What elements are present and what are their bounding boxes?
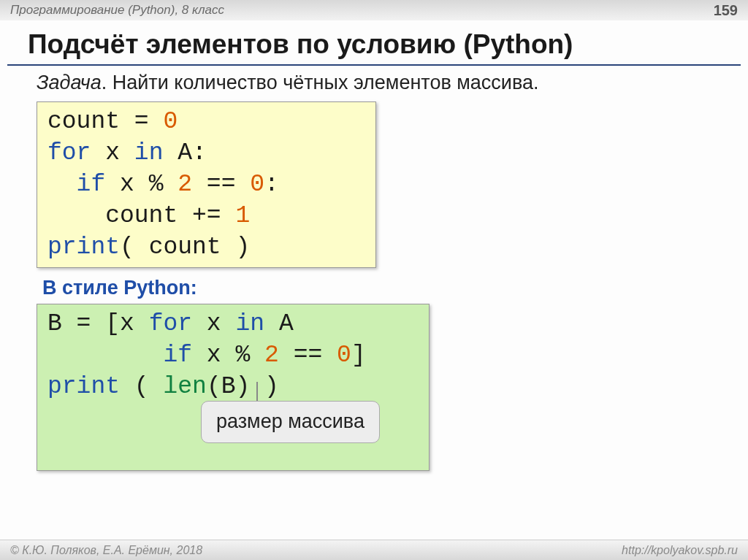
- subheading: В стиле Python:: [0, 268, 748, 304]
- code-number: 0: [250, 171, 264, 198]
- code-keyword: if: [77, 171, 106, 198]
- code-text: ( count ): [120, 234, 250, 261]
- code-number: 0: [163, 108, 178, 135]
- slide-title: Подсчёт элементов по условию (Python): [0, 20, 748, 64]
- callout-box: размер массива: [201, 401, 380, 442]
- code-text: :: [264, 171, 279, 198]
- code-text: x: [91, 139, 134, 166]
- footer-bar: © К.Ю. Поляков, Е.А. Ерёмин, 2018 http:/…: [0, 540, 748, 560]
- code-text: ==: [279, 342, 337, 369]
- page-number: 159: [714, 2, 738, 19]
- course-label: Программирование (Python), 8 класс: [10, 3, 224, 18]
- code-text: count +=: [47, 202, 235, 229]
- code-text: A:: [163, 139, 206, 166]
- code-block-2: B = [x for x in A if x % 2 == 0] print (…: [37, 304, 430, 470]
- code-block-1: count = 0 for x in A: if x % 2 == 0: cou…: [37, 101, 376, 268]
- code-keyword: in: [235, 310, 264, 337]
- footer-copyright: © К.Ю. Поляков, Е.А. Ерёмин, 2018: [10, 544, 202, 557]
- callout-connector: [256, 382, 258, 402]
- code-text: (B) ): [207, 373, 279, 400]
- code-text: count =: [47, 108, 163, 135]
- code-text: (: [120, 373, 163, 400]
- code-keyword: print: [47, 234, 120, 261]
- code-keyword: for: [149, 310, 192, 337]
- code-indent: [47, 342, 163, 369]
- code-text: x %: [105, 171, 178, 198]
- code-function: len: [163, 373, 206, 400]
- footer-url: http://kpolyakov.spb.ru: [622, 544, 738, 557]
- header-bar: Программирование (Python), 8 класс 159: [0, 0, 748, 20]
- task-label: Задача: [37, 72, 102, 93]
- code-text: B = [x: [47, 310, 149, 337]
- task-text: . Найти количество чётных элементов масс…: [102, 72, 539, 93]
- code-keyword: if: [163, 342, 192, 369]
- code-keyword: print: [47, 373, 120, 400]
- code-number: 2: [264, 342, 279, 369]
- code-indent: [47, 171, 77, 198]
- task-line: Задача. Найти количество чётных элементо…: [0, 66, 748, 101]
- code-keyword: in: [134, 139, 164, 166]
- code-text: A: [264, 310, 294, 337]
- code-text: ]: [351, 342, 366, 369]
- code-keyword: for: [47, 139, 91, 166]
- code-number: 2: [178, 171, 192, 198]
- code-number: 1: [235, 202, 250, 229]
- code-text: ==: [192, 171, 250, 198]
- code-number: 0: [337, 342, 351, 369]
- code-text: x: [192, 310, 235, 337]
- code-text: x %: [192, 342, 264, 369]
